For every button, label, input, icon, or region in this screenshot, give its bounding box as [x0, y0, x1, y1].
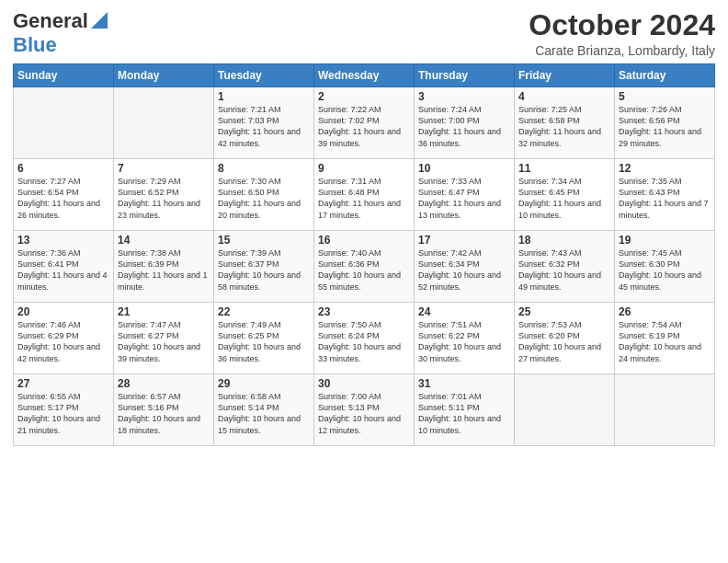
day-cell: 23Sunrise: 7:50 AM Sunset: 6:24 PM Dayli… — [314, 303, 415, 374]
day-cell: 16Sunrise: 7:40 AM Sunset: 6:36 PM Dayli… — [314, 231, 415, 303]
col-header-monday: Monday — [114, 64, 214, 87]
header: General Blue October 2024 Carate Brianza… — [13, 9, 715, 58]
day-info: Sunrise: 7:30 AM Sunset: 6:50 PM Dayligh… — [218, 176, 310, 221]
col-header-wednesday: Wednesday — [314, 64, 415, 87]
day-info: Sunrise: 7:29 AM Sunset: 6:52 PM Dayligh… — [118, 176, 210, 221]
day-cell — [14, 87, 114, 159]
day-number: 6 — [17, 162, 109, 175]
day-cell: 6Sunrise: 7:27 AM Sunset: 6:54 PM Daylig… — [14, 159, 114, 231]
day-number: 15 — [218, 234, 310, 247]
day-cell: 30Sunrise: 7:00 AM Sunset: 5:13 PM Dayli… — [314, 374, 415, 446]
day-number: 25 — [518, 305, 610, 318]
day-cell: 26Sunrise: 7:54 AM Sunset: 6:19 PM Dayli… — [615, 303, 715, 374]
day-info: Sunrise: 7:40 AM Sunset: 6:36 PM Dayligh… — [318, 247, 410, 293]
day-cell: 29Sunrise: 6:58 AM Sunset: 5:14 PM Dayli… — [214, 374, 314, 446]
day-cell: 8Sunrise: 7:30 AM Sunset: 6:50 PM Daylig… — [214, 159, 314, 231]
day-cell: 12Sunrise: 7:35 AM Sunset: 6:43 PM Dayli… — [615, 159, 715, 231]
day-info: Sunrise: 7:34 AM Sunset: 6:45 PM Dayligh… — [518, 176, 610, 221]
month-title: October 2024 — [529, 9, 715, 41]
day-info: Sunrise: 7:38 AM Sunset: 6:39 PM Dayligh… — [118, 247, 210, 293]
col-header-saturday: Saturday — [615, 64, 715, 87]
week-row-3: 13Sunrise: 7:36 AM Sunset: 6:41 PM Dayli… — [14, 231, 715, 303]
day-info: Sunrise: 7:51 AM Sunset: 6:22 PM Dayligh… — [418, 319, 510, 364]
day-number: 13 — [17, 234, 109, 247]
day-cell: 21Sunrise: 7:47 AM Sunset: 6:27 PM Dayli… — [114, 303, 214, 374]
day-number: 17 — [418, 234, 510, 247]
week-row-5: 27Sunrise: 6:55 AM Sunset: 5:17 PM Dayli… — [14, 374, 715, 446]
day-cell: 28Sunrise: 6:57 AM Sunset: 5:16 PM Dayli… — [114, 374, 214, 446]
day-info: Sunrise: 7:00 AM Sunset: 5:13 PM Dayligh… — [318, 391, 410, 436]
day-number: 9 — [318, 162, 410, 175]
day-cell: 9Sunrise: 7:31 AM Sunset: 6:48 PM Daylig… — [314, 159, 415, 231]
day-cell: 13Sunrise: 7:36 AM Sunset: 6:41 PM Dayli… — [14, 231, 114, 303]
day-info: Sunrise: 6:57 AM Sunset: 5:16 PM Dayligh… — [118, 391, 210, 436]
day-cell: 24Sunrise: 7:51 AM Sunset: 6:22 PM Dayli… — [415, 303, 515, 374]
day-number: 16 — [318, 234, 410, 247]
day-info: Sunrise: 6:58 AM Sunset: 5:14 PM Dayligh… — [218, 391, 310, 436]
col-header-sunday: Sunday — [14, 64, 114, 87]
logo-blue: Blue — [13, 33, 57, 56]
day-info: Sunrise: 7:39 AM Sunset: 6:37 PM Dayligh… — [218, 247, 310, 293]
day-cell: 2Sunrise: 7:22 AM Sunset: 7:02 PM Daylig… — [314, 87, 415, 159]
day-cell — [515, 374, 615, 446]
day-cell: 22Sunrise: 7:49 AM Sunset: 6:25 PM Dayli… — [214, 303, 314, 374]
day-info: Sunrise: 7:33 AM Sunset: 6:47 PM Dayligh… — [418, 176, 510, 221]
day-number: 10 — [418, 162, 510, 175]
day-info: Sunrise: 7:22 AM Sunset: 7:02 PM Dayligh… — [318, 104, 410, 149]
day-cell: 5Sunrise: 7:26 AM Sunset: 6:56 PM Daylig… — [615, 87, 715, 159]
location: Carate Brianza, Lombardy, Italy — [529, 43, 715, 58]
day-cell: 10Sunrise: 7:33 AM Sunset: 6:47 PM Dayli… — [415, 159, 515, 231]
day-number: 2 — [318, 90, 410, 103]
day-number: 18 — [518, 234, 610, 247]
day-number: 14 — [118, 234, 210, 247]
day-cell: 20Sunrise: 7:46 AM Sunset: 6:29 PM Dayli… — [14, 303, 114, 374]
day-cell: 31Sunrise: 7:01 AM Sunset: 5:11 PM Dayli… — [415, 374, 515, 446]
day-number: 22 — [218, 305, 310, 318]
day-number: 23 — [318, 305, 410, 318]
day-info: Sunrise: 7:01 AM Sunset: 5:11 PM Dayligh… — [418, 391, 510, 436]
header-row: SundayMondayTuesdayWednesdayThursdayFrid… — [14, 64, 715, 87]
logo-triangle-icon — [91, 12, 108, 29]
day-info: Sunrise: 7:43 AM Sunset: 6:32 PM Dayligh… — [518, 247, 610, 293]
day-number: 30 — [318, 377, 410, 390]
day-info: Sunrise: 7:36 AM Sunset: 6:41 PM Dayligh… — [17, 247, 109, 293]
day-info: Sunrise: 6:55 AM Sunset: 5:17 PM Dayligh… — [17, 391, 109, 436]
day-info: Sunrise: 7:54 AM Sunset: 6:19 PM Dayligh… — [619, 319, 711, 364]
day-info: Sunrise: 7:45 AM Sunset: 6:30 PM Dayligh… — [619, 247, 711, 293]
logo-general: General — [13, 9, 88, 33]
day-cell: 19Sunrise: 7:45 AM Sunset: 6:30 PM Dayli… — [615, 231, 715, 303]
week-row-4: 20Sunrise: 7:46 AM Sunset: 6:29 PM Dayli… — [14, 303, 715, 374]
title-block: October 2024 Carate Brianza, Lombardy, I… — [529, 9, 715, 58]
day-info: Sunrise: 7:50 AM Sunset: 6:24 PM Dayligh… — [318, 319, 410, 364]
day-number: 11 — [518, 162, 610, 175]
col-header-thursday: Thursday — [415, 64, 515, 87]
day-number: 5 — [619, 90, 711, 103]
day-info: Sunrise: 7:47 AM Sunset: 6:27 PM Dayligh… — [118, 319, 210, 364]
day-cell: 27Sunrise: 6:55 AM Sunset: 5:17 PM Dayli… — [14, 374, 114, 446]
day-number: 1 — [218, 90, 310, 103]
day-number: 31 — [418, 377, 510, 390]
page: General Blue October 2024 Carate Brianza… — [0, 0, 728, 455]
col-header-friday: Friday — [515, 64, 615, 87]
day-info: Sunrise: 7:49 AM Sunset: 6:25 PM Dayligh… — [218, 319, 310, 364]
day-number: 7 — [118, 162, 210, 175]
day-info: Sunrise: 7:35 AM Sunset: 6:43 PM Dayligh… — [619, 176, 711, 221]
day-info: Sunrise: 7:21 AM Sunset: 7:03 PM Dayligh… — [218, 104, 310, 149]
svg-marker-0 — [91, 12, 108, 29]
day-info: Sunrise: 7:46 AM Sunset: 6:29 PM Dayligh… — [17, 319, 109, 364]
day-cell: 18Sunrise: 7:43 AM Sunset: 6:32 PM Dayli… — [515, 231, 615, 303]
day-info: Sunrise: 7:53 AM Sunset: 6:20 PM Dayligh… — [518, 319, 610, 364]
day-info: Sunrise: 7:42 AM Sunset: 6:34 PM Dayligh… — [418, 247, 510, 293]
day-number: 29 — [218, 377, 310, 390]
day-number: 3 — [418, 90, 510, 103]
day-cell: 14Sunrise: 7:38 AM Sunset: 6:39 PM Dayli… — [114, 231, 214, 303]
calendar-table: SundayMondayTuesdayWednesdayThursdayFrid… — [13, 63, 715, 446]
day-cell: 15Sunrise: 7:39 AM Sunset: 6:37 PM Dayli… — [214, 231, 314, 303]
col-header-tuesday: Tuesday — [214, 64, 314, 87]
day-info: Sunrise: 7:26 AM Sunset: 6:56 PM Dayligh… — [619, 104, 711, 149]
day-cell: 11Sunrise: 7:34 AM Sunset: 6:45 PM Dayli… — [515, 159, 615, 231]
week-row-2: 6Sunrise: 7:27 AM Sunset: 6:54 PM Daylig… — [14, 159, 715, 231]
day-info: Sunrise: 7:24 AM Sunset: 7:00 PM Dayligh… — [418, 104, 510, 149]
day-cell: 25Sunrise: 7:53 AM Sunset: 6:20 PM Dayli… — [515, 303, 615, 374]
day-cell: 17Sunrise: 7:42 AM Sunset: 6:34 PM Dayli… — [415, 231, 515, 303]
